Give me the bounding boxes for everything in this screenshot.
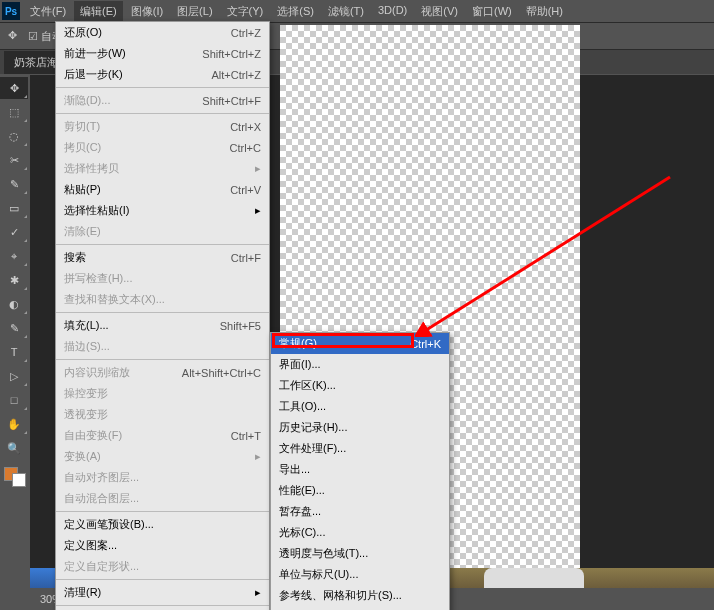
menu-item-label: 历史记录(H)... [279,420,347,435]
menu-shortcut: Ctrl+X [230,121,261,133]
lasso-tool[interactable]: ◌ [0,125,28,147]
menu-shortcut: Ctrl+Z [231,27,261,39]
edit-item-18: 描边(S)... [56,336,269,357]
shape-tool[interactable]: □ [0,389,28,411]
menu-window[interactable]: 窗口(W) [466,1,518,22]
menu-filter[interactable]: 滤镜(T) [322,1,370,22]
marquee-tool[interactable]: ⬚ [0,101,28,123]
submenu-arrow-icon: ▸ [255,450,261,463]
move-tool[interactable]: ✥ [0,77,28,99]
menu-item-label: 后退一步(K) [64,67,123,82]
menu-select[interactable]: 选择(S) [271,1,320,22]
menu-shortcut: Alt+Ctrl+Z [211,69,261,81]
edit-item-8: 选择性拷贝▸ [56,158,269,179]
clone-tool[interactable]: ✱ [0,269,28,291]
edit-item-0[interactable]: 还原(O)Ctrl+Z [56,22,269,43]
type-tool[interactable]: T [0,341,28,363]
edit-item-2[interactable]: 后退一步(K)Alt+Ctrl+Z [56,64,269,85]
prefs-item-13[interactable]: 增效工具(P)... [271,606,449,610]
menu-item-label: 拷贝(C) [64,140,101,155]
edit-item-9[interactable]: 粘贴(P)Ctrl+V [56,179,269,200]
menu-layer[interactable]: 图层(L) [171,1,218,22]
frame-tool[interactable]: ▭ [0,197,28,219]
edit-item-28[interactable]: 定义画笔预设(B)... [56,514,269,535]
prefs-item-8[interactable]: 暂存盘... [271,501,449,522]
menu-item-label: 操控变形 [64,386,108,401]
menu-item-label: 粘贴(P) [64,182,101,197]
submenu-arrow-icon: ▸ [255,586,261,599]
menu-image[interactable]: 图像(I) [125,1,169,22]
edit-item-25: 自动对齐图层... [56,467,269,488]
menu-item-label: 光标(C)... [279,525,325,540]
prefs-item-1[interactable]: 界面(I)... [271,354,449,375]
menu-item-label: 透明度与色域(T)... [279,546,368,561]
edit-item-21: 操控变形 [56,383,269,404]
menu-edit[interactable]: 编辑(E) [74,1,123,22]
menu-shortcut: Ctrl+C [230,142,261,154]
pen-tool[interactable]: ✎ [0,317,28,339]
menu-separator [56,511,269,512]
menu-shortcut: Ctrl+T [231,430,261,442]
menu-help[interactable]: 帮助(H) [520,1,569,22]
eyedropper-tool[interactable]: ✎ [0,173,28,195]
prefs-item-3[interactable]: 工具(O)... [271,396,449,417]
gradient-tool[interactable]: ◐ [0,293,28,315]
prefs-item-4[interactable]: 历史记录(H)... [271,417,449,438]
edit-item-23: 自由变换(F)Ctrl+T [56,425,269,446]
menu-item-label: 文件处理(F)... [279,441,346,456]
menu-item-label: 性能(E)... [279,483,325,498]
edit-item-29[interactable]: 定义图案... [56,535,269,556]
prefs-item-12[interactable]: 参考线、网格和切片(S)... [271,585,449,606]
background-swatch[interactable] [12,473,26,487]
menu-separator [56,244,269,245]
prefs-item-11[interactable]: 单位与标尺(U)... [271,564,449,585]
edit-item-1[interactable]: 前进一步(W)Shift+Ctrl+Z [56,43,269,64]
menu-item-label: 内容识别缩放 [64,365,130,380]
zoom-tool[interactable]: 🔍 [0,437,28,459]
prefs-item-0[interactable]: 常规(G)...Ctrl+K [271,333,449,354]
path-tool[interactable]: ▷ [0,365,28,387]
menu-item-label: 选择性粘贴(I) [64,203,129,218]
crop-tool[interactable]: ✂ [0,149,28,171]
checkbox-icon[interactable]: ☑ [28,30,38,43]
menu-3d[interactable]: 3D(D) [372,1,413,22]
move-tool-icon: ✥ [8,29,22,43]
edit-item-13[interactable]: 搜索Ctrl+F [56,247,269,268]
prefs-item-7[interactable]: 性能(E)... [271,480,449,501]
menu-view[interactable]: 视图(V) [415,1,464,22]
canvas-cat-paws [484,568,584,590]
submenu-arrow-icon: ▸ [255,162,261,175]
prefs-item-5[interactable]: 文件处理(F)... [271,438,449,459]
menu-item-label: 界面(I)... [279,357,321,372]
prefs-item-2[interactable]: 工作区(K)... [271,375,449,396]
edit-item-32[interactable]: 清理(R)▸ [56,582,269,603]
hand-tool[interactable]: ✋ [0,413,28,435]
menu-item-label: 渐隐(D)... [64,93,110,108]
color-swatches[interactable] [0,467,30,487]
title-bar: Ps 文件(F) 编辑(E) 图像(I) 图层(L) 文字(Y) 选择(S) 滤… [0,0,714,22]
toolbox: ✥ ⬚ ◌ ✂ ✎ ▭ ✓ ⌖ ✱ ◐ ✎ T ▷ □ ✋ 🔍 [0,75,30,487]
menu-item-label: 查找和替换文本(X)... [64,292,165,307]
menu-separator [56,312,269,313]
prefs-item-6[interactable]: 导出... [271,459,449,480]
menu-item-label: 常规(G)... [279,336,326,351]
menu-type[interactable]: 文字(Y) [221,1,270,22]
menu-item-label: 自动对齐图层... [64,470,139,485]
edit-item-17[interactable]: 填充(L)...Shift+F5 [56,315,269,336]
menu-item-label: 还原(O) [64,25,102,40]
menu-shortcut: Shift+Ctrl+F [202,95,261,107]
menu-item-label: 填充(L)... [64,318,109,333]
menu-item-label: 暂存盘... [279,504,321,519]
healing-tool[interactable]: ✓ [0,221,28,243]
edit-item-6: 剪切(T)Ctrl+X [56,116,269,137]
menu-file[interactable]: 文件(F) [24,1,72,22]
prefs-item-9[interactable]: 光标(C)... [271,522,449,543]
menu-separator [56,113,269,114]
edit-item-22: 透视变形 [56,404,269,425]
menu-shortcut: Alt+Shift+Ctrl+C [182,367,261,379]
edit-item-10[interactable]: 选择性粘贴(I)▸ [56,200,269,221]
prefs-item-10[interactable]: 透明度与色域(T)... [271,543,449,564]
menu-item-label: 定义自定形状... [64,559,139,574]
brush-tool[interactable]: ⌖ [0,245,28,267]
menu-item-label: 自动混合图层... [64,491,139,506]
